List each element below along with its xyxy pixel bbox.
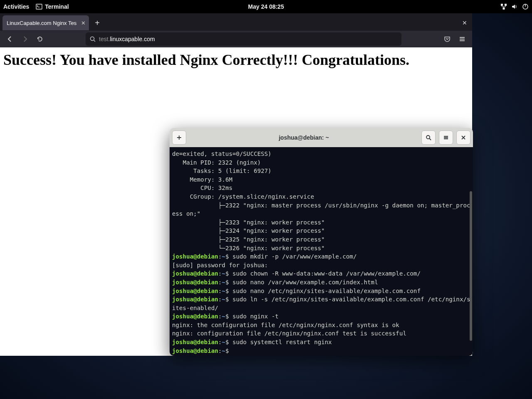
pocket-button[interactable] [441, 32, 454, 46]
scrollbar[interactable] [470, 191, 472, 341]
hamburger-button[interactable] [439, 131, 453, 145]
terminal-icon [36, 3, 42, 10]
volume-icon[interactable] [511, 3, 518, 10]
gnome-topbar: Activities Terminal May 24 08:25 [0, 0, 532, 13]
svg-rect-2 [505, 4, 507, 6]
reload-button[interactable] [33, 32, 47, 46]
new-tab-button[interactable] [172, 131, 186, 145]
close-icon [461, 135, 466, 140]
clock[interactable]: May 24 08:25 [248, 3, 284, 10]
new-tab-button[interactable]: + [91, 19, 103, 27]
page-heading: Success! You have installed Nginx Correc… [3, 51, 469, 69]
svg-rect-1 [501, 4, 503, 6]
terminal-header: joshua@debian: ~ [170, 128, 473, 147]
hamburger-icon [443, 135, 449, 140]
terminal-title: joshua@debian: ~ [190, 134, 418, 141]
svg-point-8 [426, 135, 430, 139]
terminal-body[interactable]: de=exited, status=0/SUCCESS) Main PID: 2… [170, 147, 473, 356]
power-icon[interactable] [522, 3, 529, 10]
tabstrip: LinuxCapable.com Nginx Tes ✕ + ✕ [0, 13, 472, 31]
svg-rect-3 [503, 7, 505, 10]
plus-icon [176, 135, 182, 140]
tab-close-icon[interactable]: ✕ [81, 20, 86, 26]
url-bar[interactable]: test.linuxcapable.com [86, 32, 401, 46]
app-menu-button[interactable] [456, 32, 469, 46]
navbar: test.linuxcapable.com [0, 31, 472, 47]
active-app-indicator[interactable]: Terminal [36, 3, 69, 10]
network-icon[interactable] [500, 3, 507, 10]
terminal-window: joshua@debian: ~ de=exited, status=0/SUC… [170, 128, 473, 356]
search-button[interactable] [421, 131, 436, 145]
svg-point-6 [91, 37, 94, 41]
close-button[interactable] [456, 131, 470, 145]
browser-tab[interactable]: LinuxCapable.com Nginx Tes ✕ [2, 15, 89, 30]
tab-title: LinuxCapable.com Nginx Tes [7, 20, 76, 26]
search-icon [426, 135, 431, 140]
forward-button [18, 32, 32, 46]
url-text: test.linuxcapable.com [99, 36, 155, 42]
svg-line-9 [429, 138, 431, 140]
back-button[interactable] [3, 32, 17, 46]
window-close-icon[interactable]: ✕ [462, 20, 467, 26]
search-icon [90, 36, 96, 42]
svg-line-7 [94, 40, 95, 42]
activities-button[interactable]: Activities [3, 3, 29, 10]
terminal-output: de=exited, status=0/SUCCESS) Main PID: 2… [172, 150, 470, 355]
